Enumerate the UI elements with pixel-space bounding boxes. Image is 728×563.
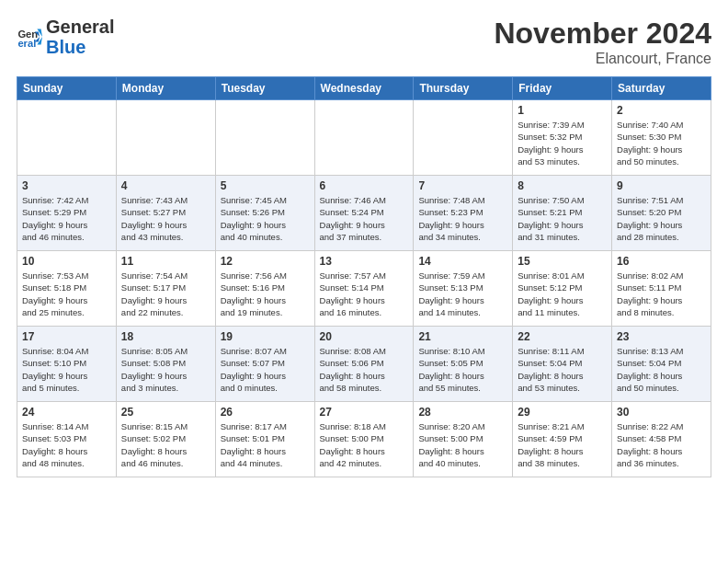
- day-info: Sunrise: 8:21 AM Sunset: 4:59 PM Dayligh…: [518, 420, 607, 469]
- day-number: 30: [617, 406, 706, 419]
- col-friday: Friday: [513, 77, 612, 100]
- day-number: 10: [22, 255, 111, 268]
- day-number: 21: [418, 330, 507, 343]
- calendar-cell-w4-d4: 28Sunrise: 8:20 AM Sunset: 5:00 PM Dayli…: [414, 402, 513, 477]
- col-wednesday: Wednesday: [314, 77, 414, 100]
- logo-general: General: [46, 17, 114, 37]
- calendar-cell-w2-d5: 15Sunrise: 8:01 AM Sunset: 5:12 PM Dayli…: [513, 251, 612, 327]
- day-number: 1: [518, 104, 607, 117]
- day-number: 27: [320, 406, 409, 419]
- col-thursday: Thursday: [414, 77, 513, 100]
- col-saturday: Saturday: [612, 77, 711, 100]
- day-info: Sunrise: 7:39 AM Sunset: 5:32 PM Dayligh…: [518, 119, 607, 167]
- day-number: 23: [617, 330, 706, 343]
- day-number: 12: [221, 255, 310, 268]
- calendar-cell-w3-d0: 17Sunrise: 8:04 AM Sunset: 5:10 PM Dayli…: [17, 327, 117, 402]
- day-number: 7: [418, 179, 507, 192]
- day-number: 4: [121, 179, 210, 192]
- day-info: Sunrise: 8:10 AM Sunset: 5:05 PM Dayligh…: [418, 345, 507, 394]
- day-info: Sunrise: 8:22 AM Sunset: 4:58 PM Dayligh…: [617, 420, 706, 469]
- day-info: Sunrise: 8:20 AM Sunset: 5:00 PM Dayligh…: [418, 420, 507, 469]
- day-info: Sunrise: 7:45 AM Sunset: 5:26 PM Dayligh…: [221, 194, 310, 243]
- calendar-cell-w4-d2: 26Sunrise: 8:17 AM Sunset: 5:01 PM Dayli…: [215, 402, 314, 477]
- calendar-cell-w4-d3: 27Sunrise: 8:18 AM Sunset: 5:00 PM Dayli…: [314, 402, 414, 477]
- week-row-2: 10Sunrise: 7:53 AM Sunset: 5:18 PM Dayli…: [17, 251, 711, 327]
- day-info: Sunrise: 7:57 AM Sunset: 5:14 PM Dayligh…: [320, 270, 409, 318]
- day-number: 18: [121, 330, 210, 343]
- calendar-cell-w0-d4: [414, 100, 513, 176]
- logo-text: General Blue: [46, 17, 114, 57]
- calendar-cell-w1-d2: 5Sunrise: 7:45 AM Sunset: 5:26 PM Daylig…: [215, 176, 314, 251]
- day-info: Sunrise: 8:07 AM Sunset: 5:07 PM Dayligh…: [221, 345, 310, 394]
- calendar-cell-w0-d1: [116, 100, 215, 176]
- day-info: Sunrise: 7:48 AM Sunset: 5:23 PM Dayligh…: [418, 194, 507, 243]
- calendar-cell-w1-d5: 8Sunrise: 7:50 AM Sunset: 5:21 PM Daylig…: [513, 176, 612, 251]
- day-info: Sunrise: 7:54 AM Sunset: 5:17 PM Dayligh…: [121, 270, 210, 318]
- calendar-cell-w3-d2: 19Sunrise: 8:07 AM Sunset: 5:07 PM Dayli…: [215, 327, 314, 402]
- calendar-cell-w1-d6: 9Sunrise: 7:51 AM Sunset: 5:20 PM Daylig…: [612, 176, 711, 251]
- week-row-0: 1Sunrise: 7:39 AM Sunset: 5:32 PM Daylig…: [17, 100, 711, 176]
- day-info: Sunrise: 8:05 AM Sunset: 5:08 PM Dayligh…: [121, 345, 210, 394]
- day-info: Sunrise: 8:13 AM Sunset: 5:04 PM Dayligh…: [617, 345, 706, 394]
- calendar-cell-w4-d0: 24Sunrise: 8:14 AM Sunset: 5:03 PM Dayli…: [17, 402, 117, 477]
- day-info: Sunrise: 8:18 AM Sunset: 5:00 PM Dayligh…: [320, 420, 409, 469]
- day-info: Sunrise: 7:56 AM Sunset: 5:16 PM Dayligh…: [221, 270, 310, 318]
- calendar-cell-w1-d3: 6Sunrise: 7:46 AM Sunset: 5:24 PM Daylig…: [314, 176, 414, 251]
- calendar-cell-w0-d2: [215, 100, 314, 176]
- day-number: 19: [221, 330, 310, 343]
- calendar-cell-w2-d1: 11Sunrise: 7:54 AM Sunset: 5:17 PM Dayli…: [116, 251, 215, 327]
- day-number: 5: [221, 179, 310, 192]
- month-title: November 2024: [494, 17, 711, 51]
- day-info: Sunrise: 7:59 AM Sunset: 5:13 PM Dayligh…: [418, 270, 507, 318]
- svg-text:eral: eral: [17, 38, 36, 49]
- page: Gen eral General Blue November 2024 Elan…: [0, 0, 728, 487]
- location: Elancourt, France: [494, 51, 711, 67]
- day-number: 25: [121, 406, 210, 419]
- day-info: Sunrise: 7:42 AM Sunset: 5:29 PM Dayligh…: [22, 194, 111, 243]
- day-info: Sunrise: 7:50 AM Sunset: 5:21 PM Dayligh…: [518, 194, 607, 243]
- day-info: Sunrise: 8:14 AM Sunset: 5:03 PM Dayligh…: [22, 420, 111, 469]
- week-row-1: 3Sunrise: 7:42 AM Sunset: 5:29 PM Daylig…: [17, 176, 711, 251]
- day-number: 14: [418, 255, 507, 268]
- calendar-cell-w4-d6: 30Sunrise: 8:22 AM Sunset: 4:58 PM Dayli…: [612, 402, 711, 477]
- day-info: Sunrise: 8:11 AM Sunset: 5:04 PM Dayligh…: [518, 345, 607, 394]
- logo-icon: Gen eral: [17, 24, 42, 50]
- day-number: 8: [518, 179, 607, 192]
- calendar-cell-w2-d3: 13Sunrise: 7:57 AM Sunset: 5:14 PM Dayli…: [314, 251, 414, 327]
- day-info: Sunrise: 8:02 AM Sunset: 5:11 PM Dayligh…: [617, 270, 706, 318]
- day-number: 6: [320, 179, 409, 192]
- day-info: Sunrise: 8:04 AM Sunset: 5:10 PM Dayligh…: [22, 345, 111, 394]
- day-number: 3: [22, 179, 111, 192]
- calendar-cell-w3-d6: 23Sunrise: 8:13 AM Sunset: 5:04 PM Dayli…: [612, 327, 711, 402]
- calendar-cell-w3-d5: 22Sunrise: 8:11 AM Sunset: 5:04 PM Dayli…: [513, 327, 612, 402]
- day-number: 26: [221, 406, 310, 419]
- day-info: Sunrise: 8:15 AM Sunset: 5:02 PM Dayligh…: [121, 420, 210, 469]
- day-info: Sunrise: 7:40 AM Sunset: 5:30 PM Dayligh…: [617, 119, 706, 167]
- day-number: 15: [518, 255, 607, 268]
- calendar-cell-w1-d4: 7Sunrise: 7:48 AM Sunset: 5:23 PM Daylig…: [414, 176, 513, 251]
- col-monday: Monday: [116, 77, 215, 100]
- day-number: 20: [320, 330, 409, 343]
- day-info: Sunrise: 8:17 AM Sunset: 5:01 PM Dayligh…: [221, 420, 310, 469]
- day-info: Sunrise: 8:01 AM Sunset: 5:12 PM Dayligh…: [518, 270, 607, 318]
- calendar-cell-w3-d4: 21Sunrise: 8:10 AM Sunset: 5:05 PM Dayli…: [414, 327, 513, 402]
- day-number: 13: [320, 255, 409, 268]
- calendar-cell-w0-d6: 2Sunrise: 7:40 AM Sunset: 5:30 PM Daylig…: [612, 100, 711, 176]
- title-area: November 2024 Elancourt, France: [494, 17, 711, 67]
- day-number: 28: [418, 406, 507, 419]
- day-number: 11: [121, 255, 210, 268]
- logo: Gen eral General Blue: [17, 17, 114, 57]
- day-number: 22: [518, 330, 607, 343]
- calendar-cell-w4-d5: 29Sunrise: 8:21 AM Sunset: 4:59 PM Dayli…: [513, 402, 612, 477]
- calendar: Sunday Monday Tuesday Wednesday Thursday…: [17, 76, 711, 477]
- day-number: 17: [22, 330, 111, 343]
- day-number: 2: [617, 104, 706, 117]
- col-tuesday: Tuesday: [215, 77, 314, 100]
- calendar-cell-w2-d6: 16Sunrise: 8:02 AM Sunset: 5:11 PM Dayli…: [612, 251, 711, 327]
- day-info: Sunrise: 8:08 AM Sunset: 5:06 PM Dayligh…: [320, 345, 409, 394]
- week-row-3: 17Sunrise: 8:04 AM Sunset: 5:10 PM Dayli…: [17, 327, 711, 402]
- calendar-cell-w4-d1: 25Sunrise: 8:15 AM Sunset: 5:02 PM Dayli…: [116, 402, 215, 477]
- day-info: Sunrise: 7:46 AM Sunset: 5:24 PM Dayligh…: [320, 194, 409, 243]
- day-number: 24: [22, 406, 111, 419]
- calendar-cell-w0-d5: 1Sunrise: 7:39 AM Sunset: 5:32 PM Daylig…: [513, 100, 612, 176]
